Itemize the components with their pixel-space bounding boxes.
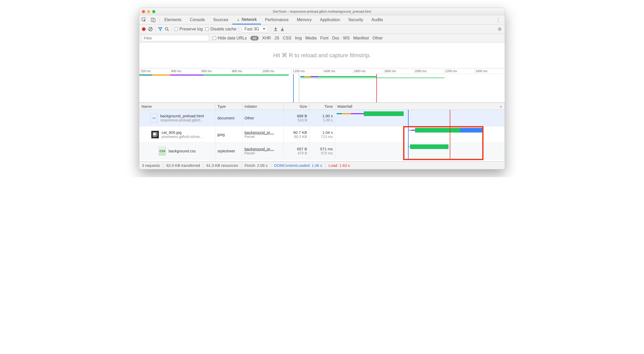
record-icon[interactable] bbox=[142, 27, 146, 31]
tab-elements[interactable]: Elements bbox=[160, 15, 186, 24]
table-headers: Name Type Initiator Size Time Waterfall▲ bbox=[139, 103, 505, 110]
filter-other[interactable]: Other bbox=[372, 36, 383, 40]
tab-audits[interactable]: Audits bbox=[367, 15, 387, 24]
warning-icon: ▲ bbox=[236, 18, 240, 22]
filter-ws[interactable]: WS bbox=[343, 36, 350, 40]
close-icon[interactable] bbox=[142, 10, 145, 13]
tab-security[interactable]: Security bbox=[344, 15, 367, 24]
col-time[interactable]: Time bbox=[309, 103, 335, 110]
tab-console[interactable]: Console bbox=[186, 15, 209, 24]
status-dcl: DOMContentLoaded: 1.06 s bbox=[274, 163, 322, 168]
svg-point-7 bbox=[499, 28, 501, 30]
overview-timeline[interactable]: 200 ms400 ms600 ms 800 ms1000 ms1200 ms … bbox=[139, 68, 505, 103]
waterfall-bar bbox=[409, 128, 483, 133]
filter-all[interactable]: All bbox=[250, 36, 259, 40]
settings-icon[interactable] bbox=[497, 27, 502, 31]
image-thumbnail-icon bbox=[151, 131, 159, 138]
overview-ruler: 200 ms400 ms600 ms 800 ms1000 ms1200 ms … bbox=[139, 68, 505, 74]
filter-font[interactable]: Font bbox=[320, 36, 328, 40]
tab-application[interactable]: Application bbox=[316, 15, 344, 24]
download-icon[interactable] bbox=[280, 27, 284, 31]
disable-cache-checkbox[interactable]: Disable cache bbox=[205, 27, 236, 31]
col-initiator[interactable]: Initiator bbox=[242, 103, 284, 110]
titlebar: DevTools - responsive-preload.glitch.me/… bbox=[139, 8, 505, 15]
col-name[interactable]: Name bbox=[139, 103, 215, 110]
table-row[interactable]: cat_800.jpgyoavweiss.github.io/ima… jpeg… bbox=[139, 126, 505, 143]
hide-data-urls-checkbox[interactable]: Hide data URLs bbox=[213, 36, 247, 40]
filter-input[interactable] bbox=[142, 35, 209, 41]
minimize-icon[interactable] bbox=[147, 10, 150, 13]
waterfall-bar bbox=[337, 111, 404, 116]
filter-js[interactable]: JS bbox=[274, 36, 279, 40]
css-file-icon: CSS bbox=[159, 147, 166, 155]
status-load: Load: 1.63 s bbox=[329, 163, 350, 168]
tab-sources[interactable]: Sources bbox=[209, 15, 232, 24]
svg-line-6 bbox=[168, 30, 169, 31]
waterfall-bar bbox=[409, 144, 448, 149]
tab-memory[interactable]: Memory bbox=[293, 15, 316, 24]
upload-icon[interactable] bbox=[274, 27, 278, 31]
window-title: DevTools - responsive-preload.glitch.me/… bbox=[139, 10, 505, 13]
svg-rect-2 bbox=[153, 19, 155, 22]
filter-doc[interactable]: Doc bbox=[332, 36, 339, 40]
search-icon[interactable] bbox=[165, 27, 169, 31]
chevron-down-icon bbox=[263, 28, 265, 30]
overview-body bbox=[139, 74, 505, 102]
clear-icon[interactable] bbox=[148, 27, 153, 31]
inspect-icon[interactable] bbox=[139, 18, 149, 22]
table-row[interactable]: <> background_preload.htmlresponsive-pre… bbox=[139, 110, 505, 126]
device-mode-icon[interactable] bbox=[149, 18, 158, 22]
filter-bar: Hide data URLs All XHR JS CSS Img Media … bbox=[139, 34, 505, 43]
col-waterfall[interactable]: Waterfall▲ bbox=[335, 103, 505, 110]
col-type[interactable]: Type bbox=[215, 103, 242, 110]
sort-icon: ▲ bbox=[500, 105, 502, 108]
filter-xhr[interactable]: XHR bbox=[262, 36, 271, 40]
panel-tabs: Elements Console Sources ▲Network Perfor… bbox=[139, 15, 505, 24]
table-row[interactable]: CSS background.css stylesheet background… bbox=[139, 143, 505, 159]
devtools-window: DevTools - responsive-preload.glitch.me/… bbox=[139, 8, 505, 169]
filter-css[interactable]: CSS bbox=[283, 36, 291, 40]
request-table: <> background_preload.htmlresponsive-pre… bbox=[139, 110, 505, 159]
svg-line-4 bbox=[149, 28, 152, 30]
svg-point-5 bbox=[165, 27, 168, 30]
throttling-select[interactable]: Fast 3G bbox=[242, 26, 268, 32]
status-requests: 3 requests bbox=[142, 163, 160, 168]
tab-network[interactable]: ▲Network bbox=[232, 15, 261, 24]
status-finish: Finish: 2.09 s bbox=[245, 163, 268, 168]
col-size[interactable]: Size bbox=[284, 103, 309, 110]
window-controls bbox=[142, 10, 155, 13]
status-transferred: 62.0 KB transferred bbox=[166, 163, 200, 168]
tab-performance[interactable]: Performance bbox=[261, 15, 293, 24]
filmstrip-hint: Hit ⌘ R to reload and capture filmstrip. bbox=[139, 43, 505, 68]
filter-manifest[interactable]: Manifest bbox=[353, 36, 369, 40]
html-file-icon: <> bbox=[150, 114, 158, 122]
filter-media[interactable]: Media bbox=[306, 36, 317, 40]
preserve-log-checkbox[interactable]: Preserve log bbox=[174, 27, 203, 31]
zoom-icon[interactable] bbox=[152, 10, 155, 13]
status-bar: 3 requests 62.0 KB transferred 61.3 KB r… bbox=[139, 161, 505, 169]
status-resources: 61.3 KB resources bbox=[206, 163, 238, 168]
filter-icon[interactable] bbox=[158, 27, 162, 31]
network-toolbar: Preserve log Disable cache Fast 3G bbox=[139, 24, 505, 34]
more-menu-icon[interactable]: ⋮ bbox=[492, 17, 505, 23]
filter-img[interactable]: Img bbox=[295, 36, 302, 40]
